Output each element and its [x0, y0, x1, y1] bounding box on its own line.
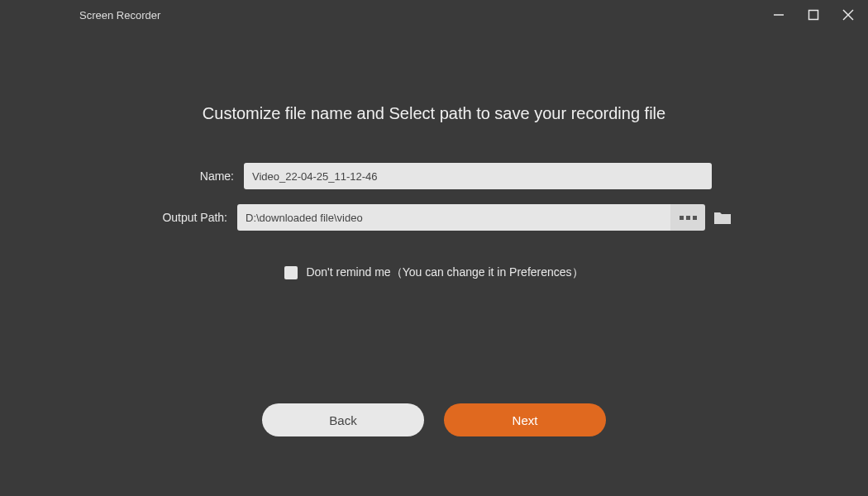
maximize-icon [808, 9, 819, 21]
dont-remind-label: Don't remind me（You can change it in Pre… [306, 265, 583, 280]
browse-button[interactable] [670, 204, 705, 231]
form: Name: Output Path: [136, 163, 732, 280]
maximize-button[interactable] [802, 3, 825, 26]
output-path-input[interactable] [237, 204, 670, 231]
dont-remind-checkbox[interactable] [284, 266, 298, 279]
output-path-input-wrap [237, 204, 732, 231]
ellipsis-dot [680, 216, 684, 220]
dialog-heading: Customize file name and Select path to s… [203, 104, 665, 123]
open-folder-button[interactable] [713, 209, 732, 226]
output-path-row: Output Path: [136, 204, 732, 231]
minimize-button[interactable] [767, 3, 790, 26]
titlebar: Screen Recorder [0, 0, 868, 30]
dont-remind-row: Don't remind me（You can change it in Pre… [136, 265, 732, 280]
name-input[interactable] [244, 163, 712, 189]
close-button[interactable] [837, 3, 860, 26]
window-title: Screen Recorder [79, 9, 160, 21]
name-label: Name: [136, 169, 244, 183]
svg-rect-4 [714, 215, 731, 224]
minimize-icon [772, 8, 785, 21]
dialog-footer: Back Next [0, 403, 868, 436]
ellipsis-dot [686, 216, 690, 220]
folder-icon [713, 210, 732, 225]
window-controls [767, 3, 860, 26]
back-button[interactable]: Back [262, 403, 424, 436]
ellipsis-dot [693, 216, 697, 220]
close-icon [842, 8, 855, 21]
svg-rect-1 [809, 11, 818, 20]
name-row: Name: [136, 163, 732, 189]
name-input-wrap [244, 163, 732, 189]
output-path-label: Output Path: [136, 211, 237, 224]
next-button[interactable]: Next [444, 403, 606, 436]
dialog-content: Customize file name and Select path to s… [0, 30, 868, 280]
path-group [237, 204, 705, 231]
